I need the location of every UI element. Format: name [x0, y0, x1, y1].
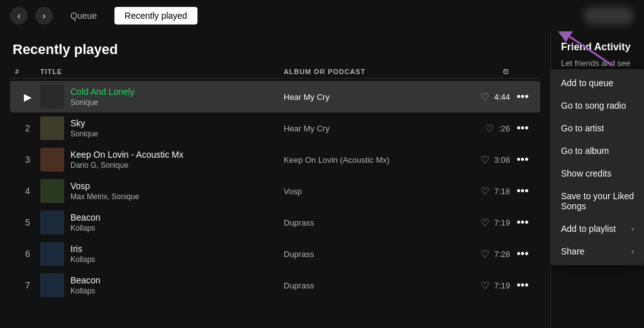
context-menu: Add to queueGo to song radioGo to artist… — [551, 69, 644, 265]
recently-played-tab[interactable]: Recently played — [114, 7, 197, 25]
track-index: 3 ▶ — [15, 155, 40, 165]
menu-item-label: Share — [561, 246, 584, 256]
more-button[interactable]: ••• — [510, 248, 535, 261]
track-thumbnail — [40, 85, 64, 109]
heart-icon[interactable]: ♡ — [480, 154, 489, 166]
track-text: Beacon Kollaps — [70, 275, 100, 295]
more-icon: ••• — [517, 153, 529, 167]
more-button[interactable]: ••• — [510, 153, 535, 167]
back-icon: ‹ — [18, 11, 21, 21]
track-duration: 7:18 — [494, 187, 510, 196]
more-icon: ••• — [517, 279, 529, 292]
track-index: 5 ▶ — [15, 217, 40, 227]
context-menu-item[interactable]: Go to song radio — [551, 94, 644, 117]
context-menu-item[interactable]: Share› — [551, 240, 644, 263]
track-row[interactable]: ▶ ▶ Cold And Lonely Sonique Hear My Cry … — [10, 81, 540, 112]
more-button[interactable]: ••• — [510, 185, 535, 198]
track-name: Beacon — [70, 212, 100, 222]
track-artist: Dario G, Sonique — [70, 161, 184, 170]
track-thumbnail — [40, 210, 64, 234]
track-thumbnail — [40, 116, 64, 140]
track-info: Vosp Max Metrix, Sonique — [40, 179, 284, 203]
track-duration: 4:44 — [494, 92, 510, 102]
right-panel: Friend Activity Let friends and see what… — [550, 31, 644, 328]
track-duration: :26 — [499, 124, 510, 133]
track-actions: ♡ :26 — [460, 123, 510, 134]
more-button[interactable]: ••• — [510, 279, 535, 292]
more-icon: ••• — [517, 122, 529, 135]
heart-icon[interactable]: ♡ — [480, 248, 489, 260]
track-text: Sky Sonique — [70, 118, 98, 138]
context-menu-item[interactable]: Go to artist — [551, 117, 644, 139]
track-duration: 7:28 — [494, 249, 510, 259]
chevron-right-icon: › — [631, 224, 634, 233]
col-album: ALBUM OR PODCAST — [284, 68, 460, 75]
track-index: 7 ▶ — [15, 280, 40, 290]
menu-item-label: Show credits — [561, 168, 611, 178]
more-button[interactable]: ••• — [510, 90, 535, 104]
track-text: Keep On Lovin - Acoustic Mx Dario G, Son… — [70, 150, 184, 170]
track-album: Hear My Cry — [284, 92, 460, 102]
queue-tab[interactable]: Queue — [60, 7, 107, 25]
top-nav: ‹ › Queue Recently played — [0, 0, 644, 31]
left-panel: Recently played # TITLE ALBUM OR PODCAST… — [0, 31, 550, 328]
track-info: Beacon Kollaps — [40, 273, 284, 297]
more-icon: ••• — [517, 248, 529, 261]
forward-button[interactable]: › — [35, 7, 53, 25]
chevron-right-icon: › — [631, 247, 634, 256]
track-text: Beacon Kollaps — [70, 212, 100, 232]
context-menu-item[interactable]: Add to playlist› — [551, 217, 644, 240]
track-actions: ♡ 7:19 — [460, 280, 510, 292]
track-duration: 3:08 — [494, 155, 510, 165]
track-row[interactable]: 4 ▶ Vosp Max Metrix, Sonique Vosp ♡ 7:18… — [10, 175, 540, 207]
col-duration: ⏲ — [460, 68, 510, 75]
track-album: Keep On Lovin (Acoustic Mx) — [284, 155, 460, 165]
menu-item-label: Go to artist — [561, 123, 604, 133]
track-index: ▶ ▶ — [15, 91, 40, 103]
heart-icon[interactable]: ♡ — [485, 123, 494, 134]
track-info: Cold And Lonely Sonique — [40, 85, 284, 109]
track-artist: Sonique — [70, 129, 98, 138]
back-button[interactable]: ‹ — [10, 7, 28, 25]
track-thumbnail — [40, 242, 64, 266]
track-album: Duprass — [284, 218, 460, 227]
track-index: 2 ▶ — [15, 123, 40, 133]
track-thumbnail — [40, 148, 64, 172]
col-title: TITLE — [40, 68, 284, 75]
track-artist: Kollaps — [70, 255, 95, 264]
track-thumbnail — [40, 273, 64, 297]
track-duration: 7:19 — [494, 218, 510, 227]
menu-item-label: Add to queue — [561, 78, 613, 88]
heart-icon[interactable]: ♡ — [480, 280, 489, 292]
heart-icon[interactable]: ♡ — [480, 185, 489, 197]
track-row[interactable]: 7 ▶ Beacon Kollaps Duprass ♡ 7:19 ••• — [10, 270, 540, 301]
heart-icon[interactable]: ♡ — [480, 91, 489, 103]
track-row[interactable]: 5 ▶ Beacon Kollaps Duprass ♡ 7:19 ••• — [10, 207, 540, 238]
more-icon: ••• — [517, 90, 529, 104]
heart-icon[interactable]: ♡ — [480, 217, 489, 229]
track-index: 4 ▶ — [15, 186, 40, 196]
menu-item-label: Go to song radio — [561, 101, 626, 111]
track-name: Vosp — [70, 181, 139, 191]
track-album: Duprass — [284, 281, 460, 290]
track-text: Iris Kollaps — [70, 244, 95, 264]
track-actions: ♡ 7:18 — [460, 185, 510, 197]
context-menu-item[interactable]: Add to queue — [551, 72, 644, 94]
track-row[interactable]: 6 ▶ Iris Kollaps Duprass ♡ 7:28 ••• — [10, 238, 540, 270]
context-menu-item[interactable]: Save to your Liked Songs — [551, 185, 644, 217]
context-menu-item[interactable]: Show credits — [551, 162, 644, 185]
more-button[interactable]: ••• — [510, 122, 535, 135]
user-avatar — [584, 7, 634, 25]
main-layout: Recently played # TITLE ALBUM OR PODCAST… — [0, 31, 644, 328]
col-number: # — [15, 68, 40, 75]
track-actions: ♡ 7:28 — [460, 248, 510, 260]
more-button[interactable]: ••• — [510, 216, 535, 229]
table-header: # TITLE ALBUM OR PODCAST ⏲ — [10, 65, 540, 79]
track-row[interactable]: 2 ▶ Sky Sonique Hear My Cry ♡ :26 ••• — [10, 112, 540, 144]
track-name: Keep On Lovin - Acoustic Mx — [70, 150, 184, 160]
track-row[interactable]: 3 ▶ Keep On Lovin - Acoustic Mx Dario G,… — [10, 144, 540, 175]
track-actions: ♡ 3:08 — [460, 154, 510, 166]
context-menu-item[interactable]: Go to album — [551, 139, 644, 162]
forward-icon: › — [43, 11, 46, 21]
track-info: Keep On Lovin - Acoustic Mx Dario G, Son… — [40, 148, 284, 172]
